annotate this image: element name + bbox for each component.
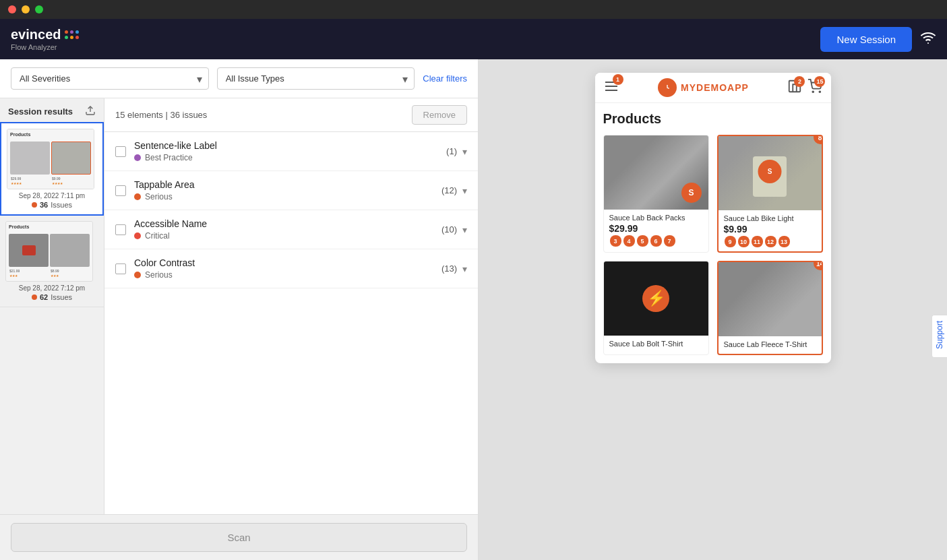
expand-icon-1[interactable]: ▾ [462, 146, 467, 157]
issue-checkbox-1[interactable] [115, 146, 126, 157]
badge-12: 12 [765, 236, 776, 247]
issue-checkbox-2[interactable] [115, 185, 126, 196]
bike-light-badge: S [758, 160, 782, 183]
svg-point-8 [820, 91, 821, 92]
session-area: Session results Products [0, 98, 478, 514]
session-results-header: Session results [0, 98, 104, 122]
issue-checkbox-3[interactable] [115, 224, 126, 235]
product-card-1[interactable]: S Sauce Lab Back Packs $29.99 3 4 5 6 [603, 135, 709, 253]
scan-button[interactable]: Scan [11, 523, 467, 552]
severity-dot-4 [134, 272, 141, 278]
issue-row-4[interactable]: Color Contrast Serious (13) ▾ [104, 249, 478, 288]
session-item-1[interactable]: Products $29.99 ★★★★ $9.99 ★★★★ [0, 122, 104, 216]
logo-dot-6 [75, 36, 79, 39]
product-card-4[interactable]: 14 Sauce Lab Fleece T-Shirt [717, 261, 823, 355]
product-logo-1: S [681, 183, 702, 203]
session-thumbnail-1: Products $29.99 ★★★★ $9.99 ★★★★ [7, 129, 94, 189]
severity-filter[interactable]: All Severities Critical Serious Moderate… [11, 67, 209, 90]
product-name-3: Sauce Lab Bolt T-Shirt [609, 340, 703, 348]
product-card-3[interactable]: ⚡ Sauce Lab Bolt T-Shirt [603, 261, 709, 355]
issue-severity-4: Serious [134, 270, 441, 280]
issue-checkbox-4[interactable] [115, 263, 126, 274]
issue-info-3: Accessible Name Critical [134, 218, 441, 241]
issue-count-badge-4: (13) [441, 263, 457, 274]
filter-bar: All Severities Critical Serious Moderate… [0, 59, 478, 98]
tshirt-logo-icon: ⚡ [647, 290, 665, 307]
remove-button[interactable]: Remove [412, 105, 467, 125]
expand-icon-3[interactable]: ▾ [462, 224, 467, 235]
traffic-light-yellow[interactable] [22, 5, 30, 13]
support-label: Support [935, 321, 944, 349]
svg-point-0 [927, 42, 929, 44]
issue-severity-2: Serious [134, 192, 441, 201]
expand-icon-2[interactable]: ▾ [462, 185, 467, 196]
logo-dot-2 [70, 30, 73, 34]
traffic-light-green[interactable] [35, 5, 43, 13]
clear-filters-button[interactable]: Clear filters [423, 73, 467, 84]
support-tab[interactable]: Support [931, 315, 947, 358]
demo-logo: MYDEMOAPP [658, 78, 749, 97]
issues-label-2: Issues [51, 293, 72, 301]
export-icon[interactable] [85, 105, 96, 118]
session-2-issues: 62 Issues [5, 293, 98, 301]
building-badge: 2 [794, 76, 805, 87]
logo-area: evinced Flow Analyzer [11, 27, 80, 51]
logo-dot-1 [65, 30, 68, 34]
badge-10: 10 [738, 236, 750, 247]
session-item-2[interactable]: Products $21.99 ★★★ $8.99 ★★★ [0, 216, 104, 307]
product-image-2: S [719, 136, 822, 210]
logo-text: evinced [11, 27, 80, 42]
tshirt-logo: ⚡ [642, 285, 669, 312]
issues-panel: 15 elements | 36 issues Remove Sentence-… [104, 98, 478, 514]
severity-dot-1 [134, 154, 141, 161]
main-layout: All Severities Critical Serious Moderate… [0, 59, 947, 560]
expand-icon-4[interactable]: ▾ [462, 263, 467, 274]
issue-name-3: Accessible Name [134, 218, 441, 229]
issue-count-badge-2: (12) [441, 185, 457, 195]
issue-row-1[interactable]: Sentence-like Label Best Practice (1) ▾ [104, 132, 478, 171]
issue-type-filter[interactable]: All Issue Types Tappable Area Accessible… [217, 67, 415, 90]
issue-dot-1 [32, 202, 37, 208]
badge-11: 11 [752, 236, 763, 247]
badge-6: 6 [650, 235, 662, 247]
badge-13: 13 [778, 236, 790, 247]
scan-area: Scan [0, 514, 478, 560]
logo-subtitle: Flow Analyzer [11, 43, 80, 51]
session-1-date: Sep 28, 2022 7:11 pm [7, 192, 97, 199]
issue-row-2[interactable]: Tappable Area Serious (12) ▾ [104, 171, 478, 210]
demo-app-name: MYDEMOAPP [681, 82, 749, 93]
products-grid: S Sauce Lab Back Packs $29.99 3 4 5 6 [603, 135, 823, 355]
severity-label-3: Critical [145, 231, 170, 241]
badge-5: 5 [637, 235, 648, 247]
severity-label-2: Serious [145, 192, 173, 201]
cart-icon-wrapper: 15 [807, 79, 822, 96]
issue-count-badge-1: (1) [446, 146, 457, 156]
severity-dot-3 [134, 232, 141, 239]
session-2-date: Sep 28, 2022 7:12 pm [5, 284, 98, 292]
product-image-3: ⚡ [604, 261, 708, 336]
product-info-3: Sauce Lab Bolt T-Shirt [604, 336, 708, 353]
menu-icon-wrapper: 1 [603, 78, 619, 97]
cart-badge: 15 [814, 76, 825, 87]
demo-menu-area: 1 [603, 78, 619, 97]
logo-dot-4 [65, 36, 68, 39]
demo-products-section: Products S Sauce Lab Back Packs $29.99 [595, 103, 831, 363]
traffic-light-red[interactable] [8, 5, 16, 13]
product-name-2: Sauce Lab Bike Light [724, 214, 816, 222]
issues-header: 15 elements | 36 issues Remove [104, 98, 478, 132]
product-logo-text-1: S [688, 188, 694, 197]
logo-name: evinced [11, 27, 61, 42]
svg-point-7 [813, 91, 814, 92]
demo-nav-icons: 2 15 [787, 79, 822, 96]
product-info-1: Sauce Lab Back Packs $29.99 3 4 5 6 7 [604, 210, 708, 251]
issue-row-3[interactable]: Accessible Name Critical (10) ▾ [104, 210, 478, 249]
severity-label-4: Serious [145, 270, 173, 280]
issue-name-1: Sentence-like Label [134, 140, 446, 151]
session-results-label: Session results [8, 106, 73, 117]
product-image-4 [719, 262, 822, 336]
issue-dot-2 [32, 294, 37, 300]
price-badges-2: 9 10 11 12 13 [724, 236, 816, 247]
new-session-button[interactable]: New Session [820, 27, 912, 52]
bike-light-logo: S [768, 168, 772, 175]
product-card-2[interactable]: 8 S Sauce Lab Bike Light $9.99 [717, 135, 823, 253]
